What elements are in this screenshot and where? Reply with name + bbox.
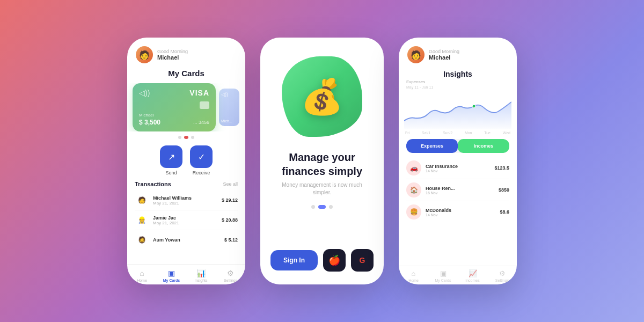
- receive-action[interactable]: ✓ Receive: [190, 145, 213, 175]
- dot-3: [191, 136, 194, 139]
- settings-icon: ⚙: [227, 269, 234, 277]
- greeting-name: Michael: [157, 54, 188, 61]
- expenses-tab[interactable]: Expenses: [406, 139, 458, 153]
- chart-x-labels: Fri Sat/1 Sun/2 Mon Tue Wed: [404, 131, 511, 135]
- mycards-title: My Cards: [127, 67, 245, 83]
- expense-date-1: 14 Nov: [426, 169, 490, 173]
- onboarding-page-dots: [311, 205, 333, 209]
- signin-button[interactable]: Sign In: [270, 250, 318, 270]
- p3-settings-icon: ⚙: [499, 269, 506, 277]
- nfc-icon: ◁)): [139, 89, 150, 97]
- blob-illustration: 💰: [279, 54, 365, 140]
- mcdonalds-icon: 🍔: [406, 204, 421, 219]
- insights-icon: 📊: [196, 269, 206, 277]
- home-label: Home: [137, 279, 147, 282]
- dot-1: [178, 136, 181, 139]
- tx-name-3: Aum Yowan: [153, 237, 220, 243]
- phone3-header: 🧑 Good Morning Michael: [399, 38, 517, 67]
- tx-avatar-3: 🧔: [135, 233, 149, 247]
- tx-date-2: May 21, 2021: [153, 221, 217, 225]
- tx-date-1: May 21, 2021: [153, 201, 217, 206]
- send-label: Send: [165, 170, 177, 175]
- expense-date-3: 14 Nov: [426, 213, 495, 217]
- tx-avatar-2: 👷: [135, 213, 149, 227]
- bottom-nav-phone3: ⌂ Home ▣ My Cards 📈 Incomes ⚙ Settings: [399, 266, 517, 284]
- onboarding-dot-1: [311, 205, 315, 209]
- nav-insights-1[interactable]: 📊 Insights: [186, 269, 216, 282]
- google-signin-button[interactable]: G: [351, 249, 374, 272]
- receive-label: Receive: [193, 170, 210, 175]
- mini-nfc-icon: ◁)): [221, 92, 237, 97]
- mycards-icon: ▣: [168, 269, 175, 277]
- greeting-phone1: Good Morning Michael: [157, 49, 188, 61]
- p3-incomes-label: Incomes: [465, 279, 479, 282]
- p3-nav-mycards[interactable]: ▣ My Cards: [428, 269, 458, 282]
- chart-label: Expenses: [404, 79, 511, 84]
- p3-mycards-label: My Cards: [435, 279, 451, 282]
- visa-label: VISA: [189, 89, 209, 97]
- expense-row-3: 🍔 McDonalds 14 Nov $8.6: [399, 201, 517, 223]
- mycards-label: My Cards: [163, 279, 180, 282]
- p3-home-icon: ⌂: [412, 269, 416, 277]
- p3-nav-settings[interactable]: ⚙ Settings: [487, 269, 517, 282]
- transaction-row-1: 🧑 Michael Williams May 21, 2021 $ 29.12: [127, 191, 245, 210]
- avatar-phone1: 🧑: [136, 46, 153, 63]
- expense-name-1: Car Insurance: [426, 164, 490, 169]
- expense-amount-2: $850: [499, 187, 509, 193]
- send-action[interactable]: ↗ Send: [160, 145, 182, 175]
- p3-home-label: Home: [408, 279, 419, 282]
- tx-name-2: Jamie Jac: [153, 215, 217, 221]
- nav-settings-1[interactable]: ⚙ Settings: [216, 269, 245, 282]
- expense-row-2: 🏠 House Ren... 16 Nov $850: [399, 179, 517, 201]
- tx-amount-2: $ 20.88: [222, 217, 238, 223]
- main-card[interactable]: ◁)) VISA Michael $ 3,500 ... 3456: [133, 83, 216, 131]
- nav-mycards-1[interactable]: ▣ My Cards: [157, 269, 186, 282]
- p3-nav-home[interactable]: ⌂ Home: [399, 269, 428, 282]
- expenses-incomes-tab: Expenses Incomes: [406, 139, 509, 153]
- svg-point-0: [472, 105, 475, 108]
- money-bag-icon: 💰: [301, 77, 343, 117]
- tx-avatar-1: 🧑: [135, 193, 149, 207]
- receive-icon: ✓: [190, 145, 213, 168]
- home-icon: ⌂: [140, 269, 144, 277]
- dot-2: [184, 136, 188, 139]
- transaction-row-2: 👷 Jamie Jac May 21, 2021 $ 20.88: [127, 210, 245, 230]
- phone-insights: 🧑 Good Morning Michael Insights Expenses…: [399, 38, 517, 284]
- nav-home-1[interactable]: ⌂ Home: [127, 269, 157, 282]
- p3-nav-incomes[interactable]: 📈 Incomes: [458, 269, 487, 282]
- phone1-header: 🧑 Good Morning Michael: [127, 38, 245, 67]
- apple-signin-button[interactable]: 🍎: [323, 249, 346, 272]
- onboarding-subtitle: Money management is now much simpler.: [260, 181, 384, 205]
- cards-carousel: ◁)) VISA Michael $ 3,500 ... 3456 ◁)) Mi…: [127, 83, 245, 131]
- onboarding-dot-3: [329, 205, 333, 209]
- car-insurance-icon: 🚗: [406, 160, 421, 175]
- expense-date-2: 16 Nov: [426, 191, 494, 195]
- transactions-title: Transactions: [135, 181, 171, 187]
- mini-card[interactable]: ◁)) Mich...: [219, 89, 239, 126]
- insights-label: Insights: [194, 279, 207, 282]
- settings-label: Settings: [224, 279, 237, 282]
- card-holder: Michael: [139, 113, 209, 118]
- see-all-link[interactable]: See all: [223, 181, 238, 187]
- onboarding-dot-2: [318, 205, 326, 209]
- p3-incomes-icon: 📈: [469, 269, 477, 277]
- send-icon: ↗: [160, 145, 182, 168]
- avatar-phone3: 🧑: [407, 46, 425, 63]
- phone-onboarding: 💰 Manage your finances simply Money mana…: [260, 38, 384, 284]
- incomes-tab[interactable]: Incomes: [458, 139, 509, 153]
- greeting-name-3: Michael: [429, 54, 459, 61]
- house-icon: 🏠: [406, 182, 421, 197]
- line-chart: [404, 91, 511, 129]
- insights-title: Insights: [399, 67, 517, 79]
- transactions-header: Transactions See all: [127, 181, 245, 191]
- tx-amount-1: $ 29.12: [222, 197, 238, 203]
- onboarding-title: Manage your finances simply: [260, 140, 384, 181]
- card-number: ... 3456: [193, 120, 209, 125]
- expense-row-1: 🚗 Car Insurance 14 Nov $123.5: [399, 157, 517, 179]
- greeting-label: Good Morning: [157, 49, 188, 54]
- phone-mycards: 🧑 Good Morning Michael My Cards ◁)) VISA…: [127, 38, 245, 284]
- mini-card-holder: Mich...: [221, 119, 237, 123]
- onboarding-buttons: Sign In 🍎 G: [270, 249, 374, 272]
- card-balance: $ 3,500: [139, 119, 160, 126]
- p3-mycards-icon: ▣: [440, 269, 447, 277]
